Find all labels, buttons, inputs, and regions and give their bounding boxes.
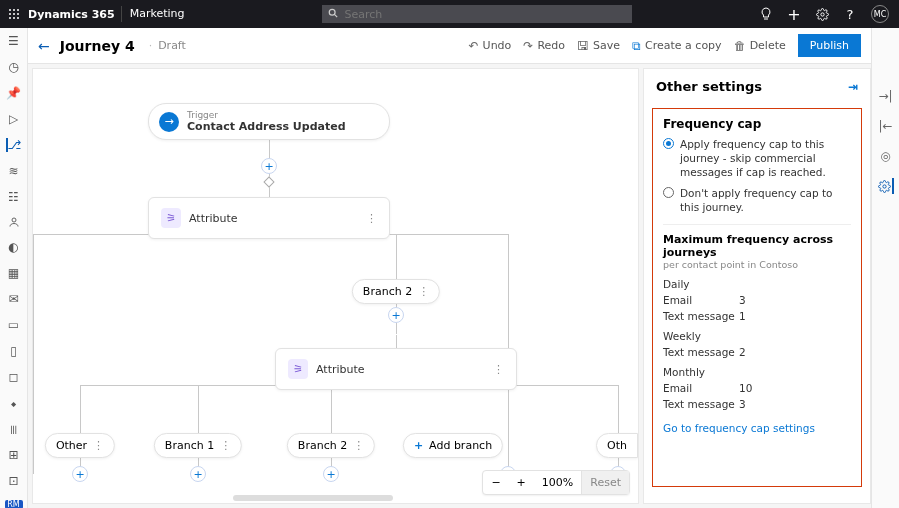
expand-in-icon[interactable]: →| xyxy=(878,88,894,104)
publish-button[interactable]: Publish xyxy=(798,34,861,57)
freq-row: Text message3 xyxy=(663,398,851,410)
radio-apply-cap[interactable]: Apply frequency cap to this journey - sk… xyxy=(663,137,851,180)
pin-icon[interactable]: 📌 xyxy=(6,86,22,100)
radio-no-cap[interactable]: Don't apply frequency cap to this journe… xyxy=(663,186,851,214)
expand-out-icon[interactable]: |← xyxy=(878,118,894,134)
freq-value: 2 xyxy=(739,346,746,358)
redo-button[interactable]: ↷Redo xyxy=(523,39,565,53)
create-copy-button[interactable]: ⧉Create a copy xyxy=(632,39,722,53)
lightbulb-icon[interactable] xyxy=(759,7,773,21)
branch-pill-other[interactable]: Other ⋮ xyxy=(45,433,115,458)
trash-icon: 🗑 xyxy=(734,39,746,53)
avatar[interactable]: MC xyxy=(871,5,889,23)
svg-point-7 xyxy=(13,17,15,19)
zoom-in-button[interactable]: + xyxy=(509,471,534,494)
undo-icon: ↶ xyxy=(469,39,479,53)
globe-icon[interactable]: ◐ xyxy=(6,240,22,254)
branch-pill[interactable]: Branch 2 ⋮ xyxy=(287,433,375,458)
zoom-control: − + 100% Reset xyxy=(482,470,630,495)
zoom-reset-button[interactable]: Reset xyxy=(581,471,629,494)
svg-point-9 xyxy=(330,9,336,15)
add-step-button[interactable]: + xyxy=(190,466,206,482)
add-step-button[interactable]: + xyxy=(388,307,404,323)
svg-point-0 xyxy=(9,9,11,11)
settings-gear-icon[interactable] xyxy=(878,178,894,194)
radio-icon xyxy=(663,138,674,149)
add-step-button[interactable]: + xyxy=(261,158,277,174)
status-label: Draft xyxy=(149,39,186,52)
notification-icon[interactable]: ▭ xyxy=(6,318,22,332)
freq-settings-link[interactable]: Go to frequency cap settings xyxy=(663,422,815,434)
branch-pill-other[interactable]: Oth xyxy=(596,433,638,458)
attribute-node[interactable]: ⚞ Attribute ⋮ xyxy=(148,197,390,239)
horizontal-scrollbar[interactable] xyxy=(233,495,393,501)
attribute-label: Attribute xyxy=(189,212,238,225)
svg-point-12 xyxy=(820,12,823,15)
freq-row: Text message1 xyxy=(663,310,851,322)
undo-button[interactable]: ↶Undo xyxy=(469,39,512,53)
segments-icon[interactable]: ☷ xyxy=(6,190,22,204)
add-step-button[interactable]: + xyxy=(323,466,339,482)
svg-point-4 xyxy=(13,13,15,15)
svg-line-10 xyxy=(335,14,338,17)
more-icon[interactable]: ⋮ xyxy=(220,439,231,452)
lock-icon[interactable]: ⊡ xyxy=(6,474,22,488)
forms-icon[interactable]: ⊞ xyxy=(6,448,22,462)
branch-label: Branch 2 xyxy=(363,285,412,298)
chat-icon[interactable]: ◻ xyxy=(6,370,22,384)
journey-canvas[interactable]: + + + + + + + → Trigger Contact Address … xyxy=(32,68,639,504)
max-freq-title: Maximum frequency across journeys xyxy=(663,233,851,259)
zoom-out-button[interactable]: − xyxy=(483,471,508,494)
menu-icon[interactable]: ☰ xyxy=(6,34,22,48)
dock-icon[interactable]: ⇥ xyxy=(848,80,858,94)
mail-icon[interactable]: ✉ xyxy=(6,292,22,306)
journey-flow-icon[interactable]: ⎇ xyxy=(6,138,22,152)
person-icon[interactable] xyxy=(6,216,22,228)
add-icon[interactable]: + xyxy=(787,7,801,21)
save-label: Save xyxy=(593,39,620,52)
svg-point-2 xyxy=(17,9,19,11)
analytics-icon[interactable]: ≋ xyxy=(6,164,22,178)
more-icon[interactable]: ⋮ xyxy=(353,439,364,452)
calendar-icon[interactable]: ▦ xyxy=(6,266,22,280)
search-input[interactable] xyxy=(344,8,626,21)
freq-value: 1 xyxy=(739,310,746,322)
more-icon[interactable]: ⋮ xyxy=(93,439,104,452)
save-button[interactable]: 🖫Save xyxy=(577,39,620,53)
help-icon[interactable]: ? xyxy=(843,7,857,21)
microphone-icon[interactable]: ⬥ xyxy=(6,396,22,410)
branch-pill[interactable]: Branch 2 ⋮ xyxy=(352,279,440,304)
search-box[interactable] xyxy=(322,5,632,23)
recent-icon[interactable]: ◷ xyxy=(6,60,22,74)
trigger-node[interactable]: → Trigger Contact Address Updated xyxy=(148,103,390,140)
back-button[interactable]: ← xyxy=(38,38,50,54)
add-branch-button[interactable]: + Add branch xyxy=(403,433,503,458)
left-nav-rail: ☰ ◷ 📌 ▷ ⎇ ≋ ☷ ◐ ▦ ✉ ▭ ▯ ◻ ⬥ ⫼ ⊞ ⊡ RM xyxy=(0,28,28,508)
freq-channel: Email xyxy=(663,294,739,306)
search-icon xyxy=(328,8,338,21)
module-label[interactable]: Marketing xyxy=(121,6,193,22)
radio-label: Apply frequency cap to this journey - sk… xyxy=(680,137,851,180)
more-icon[interactable]: ⋮ xyxy=(483,363,504,376)
freq-channel: Text message xyxy=(663,398,739,410)
delete-label: Delete xyxy=(750,39,786,52)
mobile-icon[interactable]: ▯ xyxy=(6,344,22,358)
target-icon[interactable]: ◎ xyxy=(878,148,894,164)
frequency-cap-section: Frequency cap Apply frequency cap to thi… xyxy=(652,108,862,487)
add-step-button[interactable]: + xyxy=(72,466,88,482)
branch-label: Other xyxy=(56,439,87,452)
gear-icon[interactable] xyxy=(815,7,829,21)
svg-point-3 xyxy=(9,13,11,15)
brand-label[interactable]: Dynamics 365 xyxy=(28,8,121,21)
delete-button[interactable]: 🗑Delete xyxy=(734,39,786,53)
copy-icon: ⧉ xyxy=(632,39,641,53)
play-icon[interactable]: ▷ xyxy=(6,112,22,126)
freq-value: 10 xyxy=(739,382,752,394)
area-switcher-badge[interactable]: RM xyxy=(5,500,23,508)
library-icon[interactable]: ⫼ xyxy=(6,422,22,436)
attribute-node[interactable]: ⚞ Attribute ⋮ xyxy=(275,348,517,390)
branch-pill[interactable]: Branch 1 ⋮ xyxy=(154,433,242,458)
app-launcher-icon[interactable] xyxy=(0,8,28,20)
more-icon[interactable]: ⋮ xyxy=(356,212,377,225)
more-icon[interactable]: ⋮ xyxy=(418,285,429,298)
